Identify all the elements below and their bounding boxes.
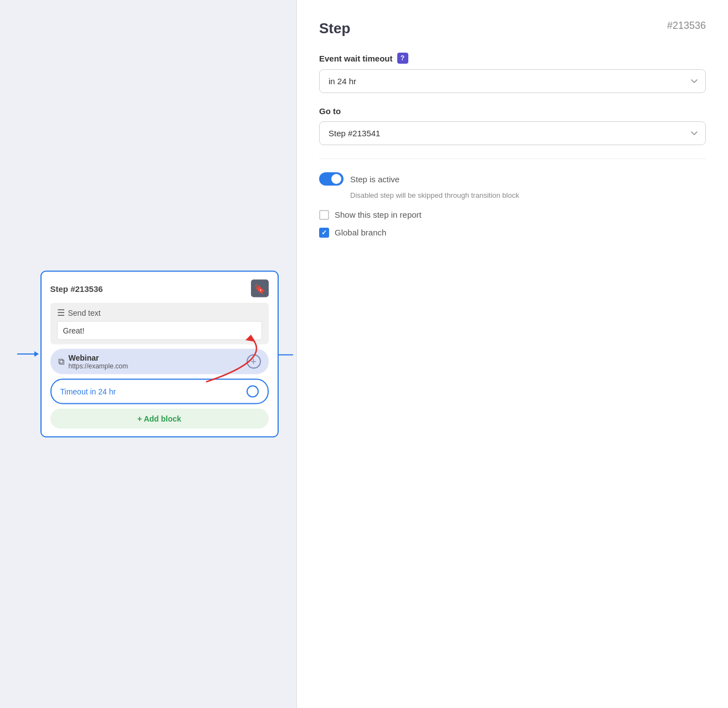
canvas-wrapper: Step #213536 🔖 ☰ Send text Great! ⧉ Webi… [13,243,284,465]
bookmark-icon: 🔖 [254,283,265,294]
left-arrow [17,353,38,355]
webinar-name: Webinar [69,353,128,362]
external-link-icon: ⧉ [58,357,64,367]
right-panel: Step #213536 Event wait timeout ? in 24 … [296,0,728,708]
bookmark-button[interactable]: 🔖 [251,280,269,297]
global-branch-checkbox[interactable] [319,228,329,238]
send-text-label: ☰ Send text [57,307,262,318]
send-text-block: ☰ Send text Great! [50,303,269,345]
help-badge-timeout[interactable]: ? [397,53,408,64]
event-wait-timeout-select[interactable]: in 24 hr [319,69,706,93]
arrow-line [17,353,38,355]
go-to-group: Go to Step #213541 [319,106,706,145]
send-text-content: Great! [57,321,262,340]
global-branch-row: Global branch [319,228,706,238]
step-active-description: Disabled step will be skipped through tr… [350,190,706,201]
panel-title: Step [319,20,350,37]
step-active-label: Step is active [350,175,399,184]
panel-header: Step #213536 [319,20,706,37]
go-to-select[interactable]: Step #213541 [319,121,706,145]
event-wait-timeout-group: Event wait timeout ? in 24 hr [319,53,706,93]
webinar-url: https://example.com [69,362,128,370]
show-report-checkbox[interactable] [319,210,329,220]
webinar-info: ⧉ Webinar https://example.com [58,353,128,370]
show-report-row: Show this step in report [319,210,706,220]
step-active-row: Step is active [319,172,706,186]
canvas-area: Step #213536 🔖 ☰ Send text Great! ⧉ Webi… [0,0,296,708]
webinar-add-button[interactable]: + [247,355,261,369]
global-branch-label: Global branch [335,228,386,237]
step-card-title: Step #213536 [50,284,103,293]
timeout-circle [247,386,259,398]
add-block-button[interactable]: + Add block [50,409,269,429]
webinar-text: Webinar https://example.com [69,353,128,370]
step-id: #213536 [667,20,706,32]
step-card: Step #213536 🔖 ☰ Send text Great! ⧉ Webi… [40,271,279,438]
step-card-header: Step #213536 🔖 [50,280,269,297]
show-report-label: Show this step in report [335,210,422,219]
divider-1 [319,158,706,159]
webinar-block[interactable]: ⧉ Webinar https://example.com + [50,349,269,374]
connector-right [278,354,293,355]
timeout-text: Timeout in 24 hr [60,387,116,396]
toggle-slider [319,172,344,186]
timeout-block[interactable]: Timeout in 24 hr [50,379,269,404]
step-active-toggle[interactable] [319,172,344,186]
go-to-label: Go to [319,106,706,116]
send-text-icon: ☰ [57,307,65,318]
event-wait-timeout-label: Event wait timeout ? [319,53,706,64]
